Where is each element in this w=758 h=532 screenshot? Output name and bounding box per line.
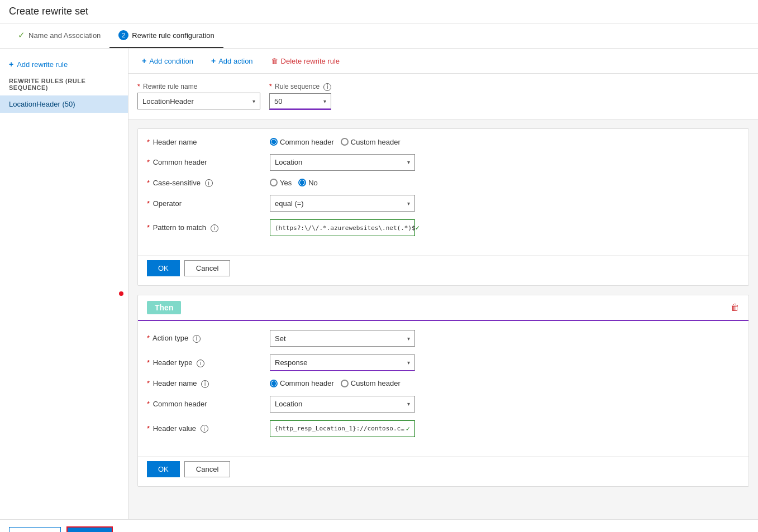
operator-dropdown[interactable]: equal (=) ▾ [270,195,415,212]
then-radio-common-header[interactable]: Common header [270,379,334,387]
header-value-value: {http_resp_Location_1}://contoso.com{htt… [270,420,740,437]
condition-ok-btn[interactable]: OK [147,260,180,276]
condition-body: * Header name Common header C [138,129,749,253]
header-value-info-icon[interactable]: i [201,425,208,433]
radio-no[interactable]: No [298,179,318,187]
radio-yes-circle [270,179,278,186]
header-type-label: * Header type i [147,358,270,367]
then-common-header-chevron: ▾ [407,401,410,407]
action-type-row: * Action type i Set ▾ [147,330,740,347]
tabs-bar: ✓ Name and Association 2 Rewrite rule co… [0,23,758,49]
header-value-input[interactable]: {http_resp_Location_1}://contoso.com{htt… [270,420,415,437]
tab-number-badge: 2 [118,30,128,40]
required-star2: * [269,83,272,90]
header-value-label: * Header value i [147,424,270,433]
header-name-row: * Header name Common header C [147,138,740,146]
condition-card: * Header name Common header C [137,128,749,286]
create-btn[interactable]: Create [66,526,113,532]
then-radio-common-label: Common header [280,379,334,387]
add-condition-btn[interactable]: + Add condition [137,54,198,68]
rule-sequence-field: * Rule sequence i 50 ▾ [269,83,331,110]
tab-rewrite-config[interactable]: 2 Rewrite rule configuration [109,23,223,48]
header-type-dropdown[interactable]: Response ▾ [270,354,415,371]
then-header-name-options: Common header Custom header [270,379,740,387]
then-card: Then 🗑 * Action type i [137,295,749,487]
tab-name-association[interactable]: ✓ Name and Association [9,23,109,48]
case-sensitive-options: Yes No [270,179,740,187]
delete-rule-btn[interactable]: 🗑 Delete rewrite rule [266,55,345,68]
then-common-header-dropdown[interactable]: Location ▾ [270,396,415,413]
operator-selected: equal (=) [275,199,304,208]
condition-card-actions: OK Cancel [138,255,749,285]
pattern-input[interactable]: (https?:\/\/.*.azurewebsites\.net(.*)$ ✓ [270,219,415,236]
case-sensitive-row: * Case-sensitive i Yes [147,179,740,188]
then-cancel-btn[interactable]: Cancel [184,461,230,477]
then-common-header-selected: Location [275,400,302,408]
sequence-info-icon[interactable]: i [323,83,331,91]
tab-rewrite-config-label: Rewrite rule configuration [132,31,214,40]
content-area: + Add condition + Add action 🗑 Delete re… [128,49,758,519]
then-radio-custom-circle [341,380,349,387]
rule-form: * Rewrite rule name LocationHeader ▾ * R… [128,74,758,119]
radio-no-label: No [308,179,318,187]
action-type-selected: Set [275,334,286,343]
dropdown-chevron: ▾ [252,98,255,104]
then-ok-btn[interactable]: OK [147,461,180,477]
action-type-value: Set ▾ [270,330,740,347]
action-type-info-icon[interactable]: i [193,335,201,343]
header-type-chevron: ▾ [407,360,410,366]
tab-check-icon: ✓ [18,30,25,40]
common-header-label: * Common header [147,158,270,166]
pattern-value: (https?:\/\/.*.azurewebsites\.net(.*)$ ✓ [270,219,740,236]
radio-custom-header[interactable]: Custom header [341,138,401,146]
pattern-row: * Pattern to match i (https?:\/\/.*.azur… [147,219,740,236]
sidebar-rule-item[interactable]: LocationHeader (50) [0,95,128,113]
common-header-dropdown[interactable]: Location ▾ [270,154,415,171]
radio-no-circle [298,179,306,186]
header-type-info-icon[interactable]: i [197,360,204,367]
header-value-check-icon: ✓ [406,425,410,433]
required-star-hn: * [147,138,150,146]
then-delete-icon[interactable]: 🗑 [731,303,740,313]
sidebar-section-title: REWRITE RULES (RULE SEQUENCE) [0,73,128,95]
then-radio-custom-header[interactable]: Custom header [341,379,401,387]
radio-custom-circle [341,138,349,146]
header-type-selected: Response [275,358,308,367]
pattern-info-icon[interactable]: i [211,224,218,232]
required-star-op: * [147,199,150,208]
rule-sequence-label: * Rule sequence i [269,83,331,91]
tab-name-association-label: Name and Association [28,31,101,40]
add-condition-label: Add condition [149,57,193,65]
then-common-header-label: * Common header [147,400,270,408]
section-divider [137,286,749,295]
add-action-plus-icon: + [211,56,216,65]
header-type-value: Response ▾ [270,354,740,371]
header-type-row: * Header type i Response ▾ [147,354,740,371]
then-common-header-value: Location ▾ [270,396,740,413]
required-star-tch: * [147,400,150,408]
page-wrapper: Create rewrite set ✓ Name and Associatio… [0,0,758,532]
then-badge: Then [147,301,181,314]
rule-name-select[interactable]: LocationHeader ▾ [137,93,260,109]
then-header-name-info-icon[interactable]: i [201,380,209,388]
rule-sequence-value: 50 [274,97,282,106]
required-star-cs: * [147,179,150,187]
action-type-dropdown[interactable]: Set ▾ [270,330,415,347]
radio-yes[interactable]: Yes [270,179,292,187]
delete-rule-label: Delete rewrite rule [281,57,340,65]
required-star-thn: * [147,379,150,387]
add-action-btn[interactable]: + Add action [207,54,258,68]
add-action-label: Add action [218,57,252,65]
previous-btn[interactable]: Previous [9,527,61,532]
case-sensitive-info-icon[interactable]: i [205,179,213,187]
main-layout: + Add rewrite rule REWRITE RULES (RULE S… [0,49,758,519]
radio-common-header[interactable]: Common header [270,138,334,146]
page-title: Create rewrite set [9,6,88,17]
then-radio-common-circle [270,380,278,387]
condition-cancel-btn[interactable]: Cancel [184,260,230,276]
rule-sequence-select[interactable]: 50 ▾ [269,93,331,110]
required-star-at: * [147,334,150,342]
operator-value: equal (=) ▾ [270,195,740,212]
add-rewrite-rule-btn[interactable]: + Add rewrite rule [0,55,128,73]
header-value-row: * Header value i {http_resp_Location_1}:… [147,420,740,437]
